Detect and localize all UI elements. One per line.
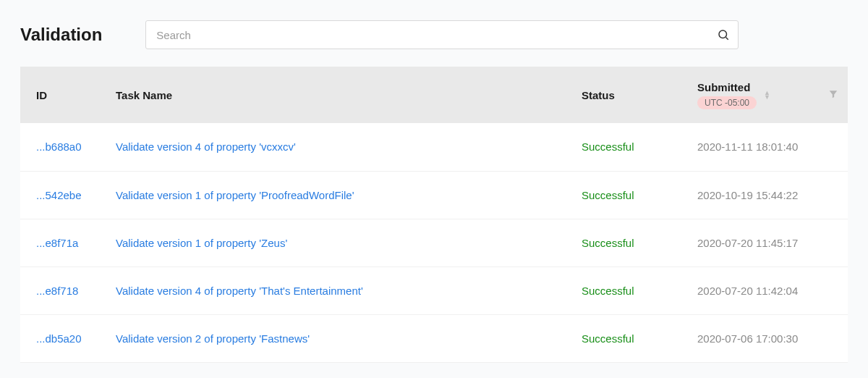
submitted-timestamp: 2020-07-06 17:00:30 (697, 332, 798, 345)
column-header-status[interactable]: Status (573, 67, 689, 123)
table-row: ...e8f71aValidate version 1 of property … (20, 219, 848, 266)
task-name-link[interactable]: Validate version 1 of property 'Proofrea… (116, 189, 354, 201)
table-header-row: ID Task Name Status Submitted UTC -05:00… (20, 67, 848, 123)
submitted-timestamp: 2020-11-11 18:01:40 (697, 140, 798, 153)
sort-icon[interactable]: ▲ ▼ (764, 91, 770, 99)
status-badge: Successful (582, 189, 634, 201)
task-name-link[interactable]: Validate version 4 of property 'That's E… (116, 285, 363, 297)
id-link[interactable]: ...db5a20 (36, 332, 82, 345)
task-name-link[interactable]: Validate version 1 of property 'Zeus' (116, 237, 287, 249)
validation-table: ID Task Name Status Submitted UTC -05:00… (20, 67, 848, 363)
table-row: ...db5a20Validate version 2 of property … (20, 314, 848, 362)
table-row: ...542ebeValidate version 1 of property … (20, 171, 848, 219)
status-badge: Successful (582, 285, 634, 297)
submitted-timestamp: 2020-10-19 15:44:22 (697, 189, 798, 201)
task-name-link[interactable]: Validate version 2 of property 'Fastnews… (116, 332, 310, 345)
status-badge: Successful (582, 140, 634, 153)
task-name-link[interactable]: Validate version 4 of property 'vcxxcv' (116, 140, 296, 153)
column-header-task-name[interactable]: Task Name (107, 67, 573, 123)
page-header: Validation (20, 0, 848, 67)
column-header-filter[interactable] (819, 67, 848, 123)
page-title: Validation (20, 25, 102, 45)
column-header-submitted[interactable]: Submitted UTC -05:00 ▲ ▼ (689, 67, 819, 123)
status-badge: Successful (582, 237, 634, 249)
id-link[interactable]: ...e8f71a (36, 237, 78, 249)
submitted-timestamp: 2020-07-20 11:45:17 (697, 237, 798, 249)
search-input[interactable] (145, 20, 739, 49)
table-row: ...e8f718Validate version 4 of property … (20, 266, 848, 314)
id-link[interactable]: ...b688a0 (36, 140, 82, 153)
submitted-label: Submitted (697, 81, 750, 93)
id-link[interactable]: ...542ebe (36, 189, 82, 201)
id-link[interactable]: ...e8f718 (36, 285, 78, 297)
column-header-id[interactable]: ID (20, 67, 107, 123)
table-row: ...b688a0Validate version 4 of property … (20, 123, 848, 171)
search-wrapper (145, 20, 739, 49)
filter-icon (828, 89, 838, 99)
status-badge: Successful (582, 332, 634, 345)
timezone-badge: UTC -05:00 (697, 96, 757, 109)
submitted-timestamp: 2020-07-20 11:42:04 (697, 285, 798, 297)
